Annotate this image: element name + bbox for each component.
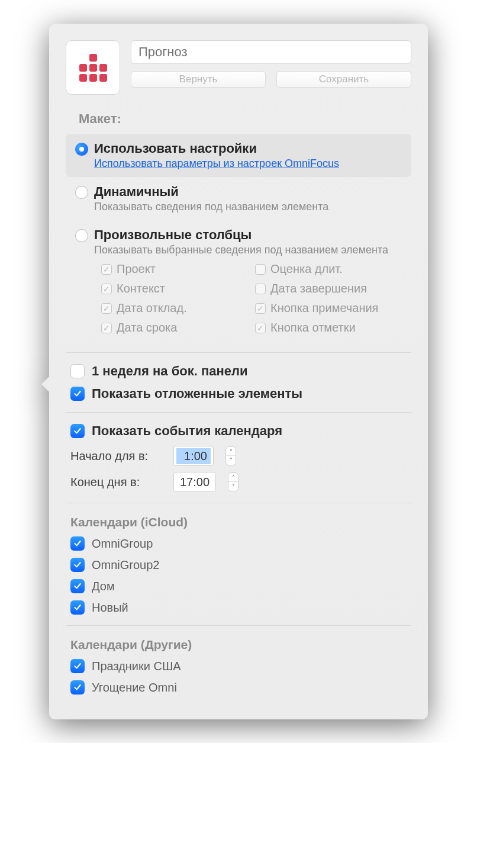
checkbox-icon (70, 387, 85, 401)
col-estimate[interactable]: Оценка длит. (255, 262, 403, 276)
layout-use-title: Использовать настройки (94, 141, 339, 156)
cal-omnigroup[interactable]: OmniGroup (70, 536, 411, 551)
col-note[interactable]: Кнопка примечания (255, 301, 403, 315)
col-flag[interactable]: Кнопка отметки (255, 321, 403, 335)
checkbox-icon (70, 424, 85, 438)
col-project[interactable]: Проект (101, 262, 249, 276)
divider (66, 625, 411, 626)
checkbox-icon (70, 536, 85, 551)
cal-omnigroup2[interactable]: OmniGroup2 (70, 558, 411, 572)
checkbox-icon (70, 680, 85, 695)
divider (66, 412, 411, 413)
checkbox-icon (70, 579, 85, 593)
col-due[interactable]: Дата срока (101, 321, 249, 335)
layout-option-use-prefs[interactable]: Использовать настройки Использовать пара… (66, 134, 411, 177)
layout-fluid-title: Динамичный (94, 184, 328, 200)
layout-use-link[interactable]: Использовать параметры из настроек OmniF… (94, 157, 339, 170)
col-context[interactable]: Контекст (101, 282, 249, 295)
checkbox-icon (70, 600, 85, 615)
layout-label: Макет: (79, 111, 411, 127)
opt-week-sidebar[interactable]: 1 неделя на бок. панели (70, 364, 411, 379)
save-button[interactable]: Сохранить (276, 71, 411, 88)
day-start-stepper[interactable]: ˄˅ (225, 446, 236, 465)
radio-icon (75, 186, 88, 199)
checkbox-icon (70, 364, 85, 378)
perspective-icon[interactable] (66, 40, 120, 95)
layout-fluid-sub: Показывать сведения под названием элемен… (94, 201, 328, 213)
layout-custom-sub: Показывать выбранные сведения под назван… (94, 244, 403, 256)
checkbox-icon (70, 558, 85, 572)
day-end-label: Конец дня в: (70, 475, 165, 489)
cal-omni-treat[interactable]: Угощение Omni (70, 680, 411, 695)
popover-arrow (41, 376, 50, 393)
day-end-value[interactable]: 17:00 (176, 474, 213, 490)
day-start-label: Начало для в: (70, 449, 165, 463)
perspective-name-input[interactable] (131, 40, 411, 64)
divider (66, 503, 411, 503)
cal-home[interactable]: Дом (70, 579, 411, 593)
opt-show-deferred[interactable]: Показать отложенные элементы (70, 386, 411, 401)
checkbox-icon (70, 659, 85, 673)
forecast-settings-panel: Вернуть Сохранить Макет: Использовать на… (49, 24, 428, 719)
day-start-field[interactable]: 1:00 (173, 446, 214, 466)
radio-icon (75, 143, 88, 156)
calendars-icloud-title: Календари (iCloud) (70, 515, 411, 529)
layout-option-custom[interactable]: Произвольные столбцы Показывать выбранны… (66, 220, 411, 342)
col-defer[interactable]: Дата отклад. (101, 301, 249, 315)
col-complete[interactable]: Дата завершения (255, 282, 403, 295)
layout-custom-title: Произвольные столбцы (94, 227, 403, 243)
revert-button[interactable]: Вернуть (131, 71, 266, 88)
layout-option-fluid[interactable]: Динамичный Показывать сведения под назва… (66, 177, 411, 220)
opt-show-calendar[interactable]: Показать события календаря (70, 423, 411, 439)
day-start-value[interactable]: 1:00 (176, 448, 211, 464)
day-end-field[interactable]: 17:00 (173, 472, 216, 492)
calendars-other-title: Календари (Другие) (70, 638, 411, 652)
divider (66, 352, 411, 353)
cal-new[interactable]: Новый (70, 600, 411, 615)
cal-us-holidays[interactable]: Праздники США (70, 659, 411, 673)
day-end-stepper[interactable]: ˄˅ (228, 472, 238, 491)
radio-icon (75, 229, 88, 242)
grid-icon (79, 54, 107, 82)
